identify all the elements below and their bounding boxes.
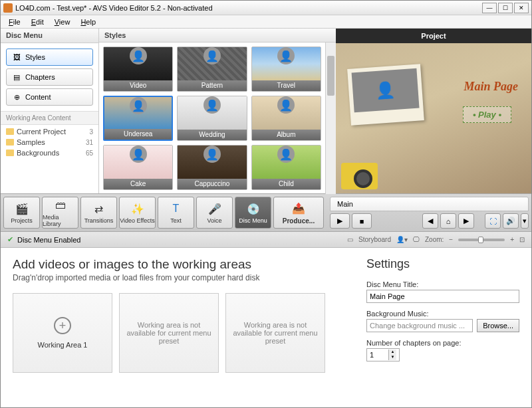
folder-icon	[6, 139, 14, 146]
chapters-icon: ▤	[12, 72, 21, 82]
spin-down[interactable]: ▼	[388, 355, 396, 360]
close-button[interactable]: ✕	[514, 3, 529, 13]
add-media-sub: Drag'n'drop imported media or load files…	[13, 273, 350, 282]
text-icon: T	[169, 201, 184, 216]
vertical-scrollbar[interactable]	[325, 43, 336, 194]
check-icon: ✔	[7, 235, 13, 244]
disc-menu-button[interactable]: 💿Disc Menu	[235, 197, 271, 229]
working-area-3: Working area is not available for curren…	[225, 293, 325, 373]
wa-item-backgrounds[interactable]: Backgrounds65	[1, 148, 98, 158]
preview-play-button[interactable]: • Play •	[463, 106, 511, 123]
spin-up[interactable]: ▲	[388, 350, 396, 355]
play-button[interactable]: ▶	[330, 213, 350, 229]
main-toolbar: 🎬Projects 🗃Media Library ⇄Transitions ✨V…	[1, 193, 531, 232]
zoom-slider[interactable]	[458, 239, 505, 241]
style-thumb-undersea[interactable]: 👤Undersea	[103, 96, 173, 141]
disc-title-input[interactable]	[366, 290, 519, 303]
menu-help[interactable]: Help	[75, 17, 101, 27]
stop-button[interactable]: ■	[352, 213, 372, 229]
voice-icon: 🎤	[207, 201, 222, 216]
voice-button[interactable]: 🎤Voice	[196, 197, 233, 229]
home-button[interactable]: ⌂	[440, 213, 456, 229]
projects-icon: 🎬	[15, 201, 29, 216]
volume-dropdown[interactable]: ▾	[521, 213, 529, 229]
menu-file[interactable]: File	[3, 17, 26, 27]
zoom-in-icon[interactable]: +	[510, 236, 514, 243]
working-area-list: Current Project3 Samples31 Backgrounds65	[1, 125, 98, 159]
fullscreen-button[interactable]: ⛶	[485, 213, 501, 229]
effects-icon: ✨	[130, 201, 145, 216]
style-thumb-wedding[interactable]: 👤Wedding	[177, 96, 247, 141]
settings-heading: Settings	[366, 257, 519, 271]
sidebar-chapters-label: Chapters	[25, 73, 55, 81]
sidebar: Disc Menu 🖼Styles ▤Chapters ⊕Content Wor…	[1, 29, 99, 193]
media-icon: 🗃	[53, 198, 68, 213]
style-thumb-cappuccino[interactable]: 👤Cappuccino	[177, 145, 247, 190]
preview-panel: Project 👤 Main Page • Play •	[336, 29, 531, 193]
monitor-icon[interactable]: 🖵	[413, 236, 420, 243]
style-thumb-album[interactable]: 👤Album	[251, 96, 321, 141]
fit-icon[interactable]: ⊡	[519, 236, 525, 243]
zoom-label: Zoom:	[425, 236, 444, 243]
style-thumb-child[interactable]: 👤Child	[251, 145, 321, 190]
styles-header: Styles	[99, 29, 336, 43]
prev-button[interactable]: ◀	[422, 213, 438, 229]
browse-button[interactable]: Browse...	[477, 319, 519, 332]
settings-section: Settings Disc Menu Title: Background Mus…	[366, 257, 519, 398]
produce-icon: 📤	[291, 201, 306, 216]
styles-icon: 🖼	[12, 52, 21, 62]
next-button[interactable]: ▶	[458, 213, 474, 229]
working-area-1[interactable]: + Working Area 1	[13, 293, 112, 373]
wa-item-current[interactable]: Current Project3	[1, 126, 98, 137]
wa-item-samples[interactable]: Samples31	[1, 137, 98, 148]
working-area-2: Working area is not available for curren…	[119, 293, 219, 373]
text-button[interactable]: TText	[158, 197, 194, 229]
media-library-button[interactable]: 🗃Media Library	[42, 197, 78, 229]
folder-icon	[6, 150, 14, 156]
preview-title: Main Page	[464, 80, 518, 94]
style-thumb-video[interactable]: 👤Video	[103, 47, 173, 92]
style-thumb-cake[interactable]: 👤Cake	[103, 145, 173, 190]
menu-edit[interactable]: Edit	[26, 17, 49, 27]
minimize-button[interactable]: —	[482, 3, 497, 13]
sidebar-chapters-button[interactable]: ▤Chapters	[6, 68, 93, 86]
titlebar: LO4D.com - Test.vep* - AVS Video Editor …	[1, 1, 531, 15]
menu-view[interactable]: View	[49, 17, 76, 27]
working-area-1-label: Working Area 1	[37, 341, 87, 349]
styles-panel: Styles 👤Video 👤Pattern 👤Travel 👤Undersea…	[99, 29, 336, 193]
preview-header: Project	[336, 29, 531, 43]
window: LO4D.com - Test.vep* - AVS Video Editor …	[0, 0, 532, 408]
zoom-out-icon[interactable]: −	[449, 236, 453, 243]
lower-panel: Add videos or images to the working area…	[1, 248, 531, 407]
folder-icon	[6, 128, 14, 135]
style-thumb-pattern[interactable]: 👤Pattern	[177, 47, 247, 92]
status-bar: ✔ Disc Menu Enabled ▭ Storyboard 👤▾ 🖵 Zo…	[1, 232, 531, 248]
style-thumbnails: 👤Video 👤Pattern 👤Travel 👤Undersea 👤Weddi…	[99, 43, 325, 194]
disc-title-label: Disc Menu Title:	[366, 280, 519, 288]
sidebar-styles-button[interactable]: 🖼Styles	[6, 49, 93, 66]
style-thumb-travel[interactable]: 👤Travel	[251, 47, 321, 92]
music-label: Background Music:	[366, 310, 519, 318]
view-icon[interactable]: 👤▾	[396, 236, 408, 243]
sidebar-content-button[interactable]: ⊕Content	[6, 88, 93, 106]
working-areas-section: Add videos or images to the working area…	[13, 257, 350, 398]
projects-button[interactable]: 🎬Projects	[3, 197, 40, 229]
chapters-spinner[interactable]: 1 ▲▼	[366, 348, 400, 361]
maximize-button[interactable]: ☐	[498, 3, 513, 13]
preview-polaroid: 👤	[347, 64, 424, 125]
video-effects-button[interactable]: ✨Video Effects	[119, 197, 156, 229]
produce-button[interactable]: 📤Produce...	[273, 197, 324, 229]
transitions-icon: ⇄	[92, 201, 106, 216]
storyboard-label: Storyboard	[358, 236, 391, 243]
menubar: File Edit View Help	[1, 15, 531, 29]
status-text: Disc Menu Enabled	[17, 236, 80, 244]
storyboard-icon[interactable]: ▭	[347, 236, 353, 243]
sidebar-header: Disc Menu	[1, 29, 98, 43]
music-input[interactable]	[366, 319, 473, 332]
upper-panel: Disc Menu 🖼Styles ▤Chapters ⊕Content Wor…	[1, 29, 531, 193]
preview-tab[interactable]: Main	[330, 197, 529, 211]
volume-button[interactable]: 🔊	[503, 213, 519, 229]
window-title: LO4D.com - Test.vep* - AVS Video Editor …	[15, 4, 213, 12]
transitions-button[interactable]: ⇄Transitions	[80, 197, 117, 229]
preview-body: 👤 Main Page • Play •	[336, 43, 531, 193]
